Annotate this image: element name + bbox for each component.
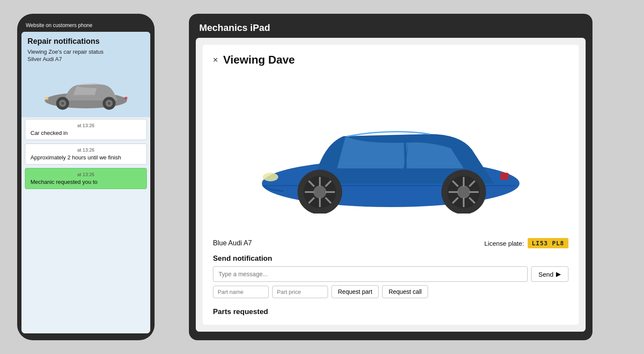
ipad-viewing-title: Viewing Dave: [223, 53, 295, 67]
ipad-device: Mechanics iPad × Viewing Dave: [189, 14, 592, 340]
ipad-car-info-row: Blue Audi A7 License plate: LI53 PL8: [213, 238, 568, 248]
ipad-car-label: Blue Audi A7: [213, 239, 252, 247]
notif-time-3: at 13:26: [30, 172, 141, 177]
request-call-button[interactable]: Request call: [382, 285, 428, 298]
notification-card-3: at 13:26 Mechanic requested you to: [25, 168, 147, 189]
notif-text-2: Approximately 2 hours until we finish: [30, 154, 141, 161]
svg-rect-12: [500, 173, 509, 180]
notification-card-2: at 13:26 Approximately 2 hours until we …: [25, 143, 147, 165]
send-notification-title: Send notification: [213, 254, 568, 263]
svg-point-26: [457, 186, 470, 198]
ipad-screen: × Viewing Dave: [196, 38, 586, 332]
message-row: Send ▶: [213, 266, 568, 282]
part-name-input[interactable]: [213, 286, 269, 298]
svg-rect-2: [125, 97, 128, 100]
phone-notifications-list: at 13:26 Car checked in at 13:26 Approxi…: [21, 117, 150, 333]
send-button-label: Send: [538, 271, 553, 278]
parts-requested-title: Parts requested: [213, 308, 568, 316]
license-plate-value: LI53 PL8: [528, 238, 568, 248]
ipad-car-image: [213, 72, 568, 235]
notif-time-2: at 13:26: [30, 147, 141, 153]
phone-app-title: Repair notifications: [27, 37, 144, 46]
phone-car-image: [21, 66, 150, 117]
phone-screen: Repair notifications Viewing Zoe's car r…: [21, 32, 150, 333]
send-notification-section: Send notification Send ▶ Request part Re…: [213, 254, 568, 298]
send-icon: ▶: [556, 270, 561, 278]
svg-point-11: [263, 173, 278, 181]
svg-line-10: [405, 141, 406, 170]
message-input[interactable]: [213, 266, 528, 282]
license-plate-area: License plate: LI53 PL8: [484, 238, 568, 248]
notif-time-1: at 13:26: [30, 123, 141, 128]
close-button[interactable]: ×: [213, 55, 218, 65]
svg-point-15: [313, 186, 326, 198]
svg-point-8: [108, 102, 111, 105]
svg-rect-1: [45, 97, 48, 100]
part-price-input[interactable]: [272, 286, 328, 298]
ipad-title-bar: Mechanics iPad: [196, 22, 586, 38]
phone-subtitle: Viewing Zoe's car repair status: [27, 49, 144, 55]
phone-header: Repair notifications Viewing Zoe's car r…: [21, 32, 150, 66]
license-plate-label: License plate:: [484, 240, 524, 247]
ipad-inner: × Viewing Dave: [203, 45, 579, 325]
notification-card-1: at 13:26 Car checked in: [25, 119, 147, 140]
phone-device: Website on customers phone Repair notifi…: [17, 14, 155, 340]
ipad-viewing-row: × Viewing Dave: [213, 53, 568, 67]
svg-point-5: [61, 102, 64, 105]
phone-status-bar: Website on customers phone: [21, 21, 150, 32]
notif-text-3: Mechanic requested you to: [30, 179, 141, 185]
phone-car-label: Silver Audi A7: [27, 56, 144, 62]
parts-row: Request part Request call: [213, 285, 568, 298]
send-button[interactable]: Send ▶: [531, 266, 568, 282]
request-part-button[interactable]: Request part: [331, 285, 379, 298]
notif-text-1: Car checked in: [30, 130, 141, 136]
